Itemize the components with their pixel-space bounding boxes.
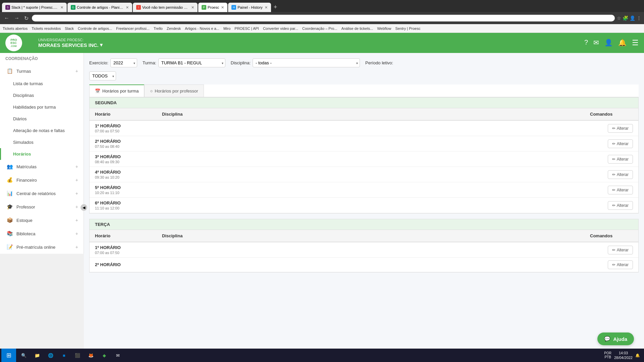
tab-horarios-professor[interactable]: ○ Horários por professor [144, 84, 204, 97]
browser-tab-perm[interactable]: ! Você não tem permissão para a... ✕ [133, 3, 198, 12]
bookmark-tickets-resolvidos[interactable]: Tickets resolvidos [32, 26, 61, 31]
horario-name-5: 6º HORÁRIO [95, 200, 151, 205]
sidebar-item-simulados[interactable]: Simulados [0, 136, 84, 148]
bookmark-trello[interactable]: Trello [154, 26, 163, 31]
bookmark-artigos[interactable]: Artigos - Novos e a... [185, 26, 219, 31]
alterar-button-terca-0[interactable]: ✏ Alterar [608, 246, 633, 254]
table-row: 2º HORÁRIO 07:50 as 08:40 ✏ Alterar [90, 136, 638, 152]
taskbar-icon-vscode[interactable]: ■ [58, 349, 70, 362]
day-header-terca: TERÇA [90, 219, 638, 230]
bookmark-slack[interactable]: Slack [65, 26, 74, 31]
alterar-button-terca-1[interactable]: ✏ Alterar [608, 260, 633, 269]
tab-horarios-turma[interactable]: 📅 Horários por turma [89, 84, 144, 97]
browser-tab-proesc[interactable]: P Proesc ✕ [198, 3, 227, 12]
table-header-row: Horário Disciplina Comandos [90, 108, 638, 120]
address-input[interactable]: app.proesc.com/coordenador/horarios_turm… [32, 15, 615, 21]
alterar-button-segunda-2[interactable]: ✏ Alterar [608, 155, 633, 164]
forward-button[interactable]: → [13, 14, 21, 22]
tab-horarios-turma-label: Horários por turma [102, 88, 139, 94]
professor-expand-icon: + [75, 204, 78, 209]
table-row: 5º HORÁRIO 10:20 as 11:10 ✏ Alterar [90, 182, 638, 198]
back-button[interactable]: ← [3, 14, 11, 22]
profile-icon[interactable]: 👤 [630, 15, 635, 21]
sidebar-item-alteracao-notas[interactable]: Alteração de notas e faltas [0, 125, 84, 136]
sidebar-item-disciplinas[interactable]: Disciplinas [0, 89, 84, 101]
edit-icon-terca: ✏ [612, 248, 615, 252]
day-header-segunda: SEGUNDA [90, 98, 638, 108]
bookmark-controle-artigos[interactable]: Controle de artigos... [78, 26, 112, 31]
exercicio-label: Exercício: [89, 60, 108, 65]
bookmark-icon[interactable]: ☆ [617, 15, 621, 21]
sidebar-item-central-relatorios[interactable]: 📊 Central de relatórios + [0, 187, 84, 200]
sidebar-item-habilidades[interactable]: Habilidades por turma [0, 101, 84, 113]
horario-time-0: 07:00 as 07:50 [95, 129, 151, 133]
taskbar-notification-icon[interactable]: 🔔 [635, 353, 640, 358]
sidebar-item-biblioteca[interactable]: 📚 Biblioteca + [0, 227, 84, 240]
bookmark-converter[interactable]: Converter video par... [263, 26, 298, 31]
sidebar-item-financeiro[interactable]: 💰 Financeiro + [0, 173, 84, 187]
todos-select[interactable]: TODOS [89, 71, 116, 80]
sidebar-label-habilidades: Habilidades por turma [13, 105, 56, 110]
alterar-button-segunda-4[interactable]: ✏ Alterar [608, 186, 633, 194]
taskbar-icon-mail[interactable]: ✉ [111, 349, 124, 362]
sidebar-item-estoque[interactable]: 📦 Estoque + [0, 214, 84, 227]
turma-select[interactable]: TURMA B1 - REGUL [158, 58, 225, 67]
browser-tab-slack[interactable]: S Slack | * suporte | Proesc.com ✕ [2, 3, 67, 12]
tab-close-slack[interactable]: ✕ [60, 5, 63, 10]
alterar-button-segunda-1[interactable]: ✏ Alterar [608, 139, 633, 148]
taskbar-icon-app1[interactable]: ◆ [98, 349, 111, 362]
browser-tab-history[interactable]: H Painel - History ✕ [228, 3, 271, 12]
browser-tab-sheets[interactable]: G Controle de artigos - Planilhas G... ✕ [67, 3, 132, 12]
sidebar-item-turmas[interactable]: 📋 Turmas + [0, 64, 84, 78]
extensions-icon[interactable]: 🧩 [623, 15, 628, 21]
mail-icon[interactable]: ✉ [593, 39, 599, 47]
sidebar-item-pre-matricula[interactable]: 📝 Pré-matrícula online + [0, 240, 84, 254]
sidebar-item-matriculas[interactable]: 👥 Matrículas + [0, 160, 84, 173]
start-button[interactable]: ⊞ [1, 349, 16, 362]
taskbar-icon-terminal[interactable]: ⬛ [71, 349, 84, 362]
table-row: 1º HORÁRIO 07:00 as 07:50 ✏ Alterar [90, 120, 638, 136]
bookmark-freelancer[interactable]: Freelancer profissi... [116, 26, 150, 31]
sidebar-label-alteracao-notas: Alteração de notas e faltas [13, 128, 65, 133]
alterar-button-segunda-3[interactable]: ✏ Alterar [608, 170, 633, 179]
disciplina-cell-3 [157, 167, 585, 182]
menu-icon[interactable]: ⋮ [637, 15, 641, 21]
reload-button[interactable]: ↻ [23, 14, 30, 22]
bookmark-sentry[interactable]: Sentry | Proesc [395, 26, 420, 31]
sidebar-item-professor[interactable]: 🎓 Professor + [0, 200, 84, 214]
taskbar-icon-search[interactable]: 🔍 [17, 349, 30, 362]
bookmark-webflow[interactable]: Webflow [377, 26, 391, 31]
alterar-button-segunda-5[interactable]: ✏ Alterar [608, 201, 633, 210]
bookmark-miro[interactable]: Miro [223, 26, 230, 31]
taskbar-icon-chrome[interactable]: 🌐 [44, 349, 57, 362]
taskbar-icon-file[interactable]: 📁 [31, 349, 44, 362]
dropdown-arrow-icon[interactable]: ▾ [100, 42, 103, 48]
sidebar-collapse-button[interactable]: ◀ [80, 204, 87, 211]
bookmark-proesc-api[interactable]: PROESC | API [234, 26, 259, 31]
tab-close-history[interactable]: ✕ [265, 5, 268, 10]
tab-close-perm[interactable]: ✕ [191, 5, 194, 10]
bookmark-tickets-abertos[interactable]: Tickets abertos [3, 26, 28, 31]
sidebar-item-diarios[interactable]: Diários [0, 113, 84, 125]
tab-close-sheets[interactable]: ✕ [126, 5, 129, 10]
bookmark-analise[interactable]: Análise de tickets... [341, 26, 373, 31]
bookmark-coordenacao[interactable]: Coordenação – Pro... [302, 26, 337, 31]
sidebar-item-horarios[interactable]: Horários [0, 148, 84, 160]
taskbar-time: 14:0328/04/2022 [614, 351, 633, 360]
taskbar-icon-browser2[interactable]: 🦊 [85, 349, 97, 362]
alterar-button-segunda-0[interactable]: ✏ Alterar [608, 124, 633, 133]
help-icon[interactable]: ? [584, 39, 588, 47]
tab-close-proesc[interactable]: ✕ [221, 5, 224, 10]
ajuda-button[interactable]: 💬 Ajuda [597, 333, 634, 345]
financeiro-expand-icon: + [75, 177, 78, 183]
col-header-comandos-terca: Comandos [585, 230, 638, 242]
sidebar-item-lista-turmas[interactable]: Lista de turmas [0, 78, 84, 89]
bookmark-zendesk[interactable]: Zendesk [167, 26, 181, 31]
disciplina-select[interactable]: - todas - [253, 58, 360, 67]
hamburger-icon[interactable]: ☰ [632, 39, 639, 47]
pre-matricula-icon: 📝 [6, 244, 13, 250]
new-tab-button[interactable]: + [272, 4, 279, 11]
user-icon[interactable]: 👤 [604, 39, 613, 47]
exercicio-select[interactable]: 2022 2021 2020 [110, 58, 137, 67]
bell-icon[interactable]: 🔔 [618, 39, 627, 47]
